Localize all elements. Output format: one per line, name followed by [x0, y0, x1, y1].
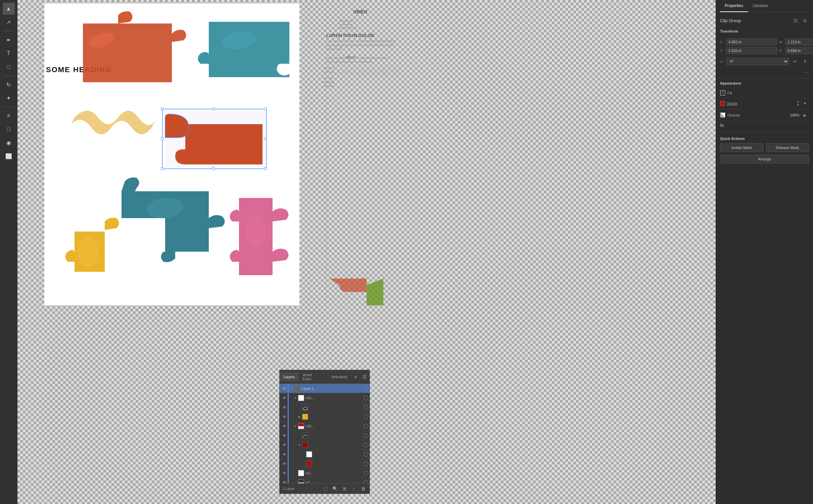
angle-select[interactable]: 0° 90° 180° 270° [726, 58, 789, 65]
tab-artboards[interactable]: Artboards [327, 372, 351, 382]
thumb-cl1 [298, 395, 304, 401]
puzzle-piece-2 [198, 22, 290, 77]
target-path2[interactable] [364, 433, 368, 438]
expand-rect1[interactable]: ▶ [297, 414, 302, 419]
flip-v-icon[interactable]: ⇕ [801, 57, 809, 65]
svg-text:juste Curabitur Maecenas orci.: juste Curabitur Maecenas orci. Pellentes… [326, 61, 372, 63]
h-label: H: [779, 49, 784, 53]
stroke-label: Stroke [720, 101, 737, 106]
layer-count: 1 Layer [282, 487, 320, 491]
target-c2[interactable] [364, 480, 368, 484]
more-options: ··· [720, 69, 809, 75]
rotate-tool[interactable]: ↻ [3, 79, 15, 91]
clip-group-header: Clip Group ⊡ ⊙ [720, 16, 809, 24]
tab-properties[interactable]: Properties [720, 0, 748, 12]
eye-icon-white[interactable]: 👁 [281, 451, 288, 458]
eye-icon-path2[interactable]: 👁 [281, 432, 288, 439]
svg-rect-7 [264, 167, 267, 170]
select-tool[interactable]: ▲ [3, 3, 15, 15]
target-cl2[interactable] [364, 424, 368, 429]
layer-row-dark[interactable]: 👁 ▼ [280, 440, 370, 450]
tab-asset-export[interactable]: Asset Expo... [299, 370, 327, 384]
target-path1[interactable] [364, 405, 368, 410]
shape-tool[interactable]: □ [3, 61, 15, 73]
layer-row-white[interactable]: 👁 [280, 450, 370, 459]
layer-options-icon[interactable]: ⊞ [341, 485, 348, 492]
stroke-color-swatch[interactable] [720, 101, 725, 106]
layer-row-red[interactable]: 👁 [280, 459, 370, 468]
svg-text:LOREM IPSUM DOLOR: LOREM IPSUM DOLOR [326, 33, 374, 38]
release-mask-button[interactable]: Release Mask [766, 143, 809, 152]
isolate-mask-button[interactable]: Isolate Mask [720, 143, 763, 152]
angle-label: ∠: [720, 59, 724, 64]
eye-icon-c2[interactable]: 👁 [281, 479, 288, 484]
delete-layer-icon[interactable]: 🗑 [360, 485, 367, 492]
w-input[interactable] [785, 39, 813, 45]
fx-row: fx [720, 121, 809, 130]
eye-icon-cl1[interactable]: 👁 [281, 395, 288, 401]
align-tool[interactable]: ≡ [3, 110, 15, 122]
opacity-expand-icon[interactable]: ▶ [801, 111, 809, 119]
svg-rect-8 [212, 167, 214, 170]
expand-dark[interactable]: ▼ [297, 442, 302, 448]
eyedropper-tool[interactable]: ⬜ [3, 150, 15, 162]
opacity-controls: 100% ▶ [790, 111, 809, 119]
eye-icon-c1[interactable]: 👁 [281, 470, 288, 476]
clip-group-icon1[interactable]: ⊡ [792, 16, 800, 24]
gradient-tool[interactable]: ◉ [3, 137, 15, 149]
eye-icon-layer1[interactable]: 👁 [281, 385, 288, 392]
thumb-white [306, 451, 312, 457]
h-input[interactable] [785, 47, 813, 54]
target-dark[interactable] [364, 443, 368, 447]
layer-row-c1[interactable]: 👁 <C... [280, 468, 370, 478]
target-cl1[interactable] [364, 396, 368, 400]
eye-icon-path1[interactable]: 👁 [281, 404, 288, 411]
expand-layer1[interactable]: ▼ [289, 386, 294, 391]
tab-layers[interactable]: Layers [280, 372, 299, 382]
y-input[interactable] [726, 47, 777, 54]
appearance-section: Appearance ? Fill Stroke ▲ [720, 81, 809, 130]
x-input[interactable] [726, 39, 777, 45]
layers-menu-icon[interactable]: ☰ [360, 373, 370, 381]
search-layers-icon[interactable]: 🔍 [331, 485, 339, 492]
target-rect1[interactable] [364, 414, 368, 419]
move-to-layer-icon[interactable]: ↕ [350, 485, 357, 492]
layer-row-rect1[interactable]: 👁 ▶ [280, 412, 370, 421]
eye-icon-cl2[interactable]: 👁 [281, 423, 288, 430]
stroke-dropdown-icon[interactable]: ▼ [801, 99, 809, 107]
layer-row-cl1[interactable]: 👁 ▼ <Cl... [280, 393, 370, 403]
new-layer-icon[interactable]: ⬚ [322, 485, 329, 492]
target-white[interactable] [364, 452, 368, 457]
direct-select-tool[interactable]: ↗ [3, 16, 15, 28]
target-red[interactable] [364, 461, 368, 466]
layer-row-layer1[interactable]: 👁 ▼ Layer 1 [280, 384, 370, 393]
target-layer1[interactable] [364, 386, 368, 391]
transform-h-row: H: [779, 47, 813, 54]
layer-blue-bar-cl2 [288, 421, 289, 431]
target-c1[interactable] [364, 471, 368, 475]
expand-cl1[interactable]: ▼ [293, 395, 298, 401]
right-panel: Properties Libraries Clip Group ⊡ ⊙ Tran… [716, 0, 813, 504]
layer-row-path1[interactable]: 👁 [280, 403, 370, 412]
text-tool[interactable]: T [3, 47, 15, 59]
layer-row-path2[interactable]: 👁 [280, 431, 370, 440]
layers-more-tabs[interactable]: » [351, 372, 360, 381]
stroke-row: Stroke ▲ ▼ ▼ [720, 98, 809, 109]
arrange-button[interactable]: Arrange [720, 155, 809, 163]
pen-tool[interactable]: ✒ [3, 34, 15, 46]
more-icon[interactable]: ··· [805, 69, 809, 75]
scale-tool[interactable]: ✦ [3, 92, 15, 104]
eye-icon-dark[interactable]: 👁 [281, 442, 288, 448]
expand-cl2[interactable]: ▼ [293, 423, 298, 429]
layer-row-cl2[interactable]: 👁 ▼ <Cl... [280, 421, 370, 431]
layer-name-c1: <C... [305, 471, 362, 475]
tab-libraries[interactable]: Libraries [748, 0, 773, 12]
flip-h-icon[interactable]: ⇔ [791, 57, 799, 65]
clip-group-icon2[interactable]: ⊙ [801, 16, 809, 24]
eye-icon-rect1[interactable]: 👁 [281, 413, 288, 420]
layer-row-c2[interactable]: 👁 <C... [280, 478, 370, 483]
eye-icon-red[interactable]: 👁 [281, 460, 288, 467]
canvas-area[interactable]: SOME HEADING [17, 0, 716, 504]
stroke-arrows[interactable]: ▲ ▼ [797, 100, 800, 106]
pathfinder-tool[interactable]: □ [3, 123, 15, 135]
